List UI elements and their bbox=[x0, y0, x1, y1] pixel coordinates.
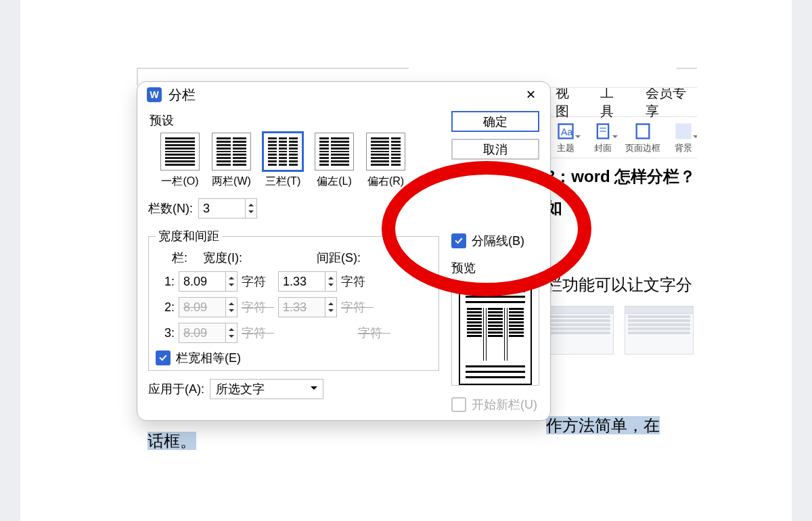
width-input bbox=[179, 323, 225, 342]
unit-label: 字符 bbox=[341, 273, 374, 290]
width-input[interactable] bbox=[179, 272, 225, 291]
preview-page-icon bbox=[459, 284, 532, 385]
unit-label: 字符 bbox=[242, 325, 274, 341]
close-button[interactable]: ✕ bbox=[520, 85, 541, 105]
preview-label: 预览 bbox=[451, 260, 539, 276]
bg-thumb bbox=[545, 306, 614, 355]
bg-tab[interactable]: 视图 bbox=[556, 87, 581, 120]
preset-three[interactable]: 三栏(T) bbox=[261, 133, 305, 189]
bg-document-text-tail: 话框。 bbox=[148, 430, 196, 452]
apply-to-select[interactable]: 所选文字 bbox=[210, 379, 323, 399]
spin-down-icon[interactable] bbox=[325, 281, 336, 291]
equal-width-checkbox[interactable] bbox=[156, 350, 171, 365]
width-spinner bbox=[179, 323, 238, 343]
width-spacing-label: 宽度和间距 bbox=[156, 228, 222, 244]
preset-label: 两栏(W) bbox=[212, 175, 251, 189]
cancel-button[interactable]: 取消 bbox=[451, 139, 539, 160]
spin-up-icon bbox=[226, 323, 237, 333]
svg-rect-5 bbox=[637, 124, 650, 139]
unit-label: 字符 bbox=[242, 273, 274, 290]
preset-label: 偏右(R) bbox=[367, 175, 404, 189]
page-gutter bbox=[0, 0, 20, 521]
columns-dialog: W 分栏 ✕ 预设 一栏(O)两栏(W)三栏(T)偏左(L)偏右(R) 栏数(N… bbox=[137, 81, 551, 421]
width-row: 1:字符字符 bbox=[156, 271, 432, 292]
dialog-titlebar: W 分栏 ✕ bbox=[137, 82, 550, 108]
preset-two[interactable]: 两栏(W) bbox=[209, 133, 254, 189]
width-spinner bbox=[179, 297, 238, 317]
colcount-input[interactable] bbox=[199, 199, 245, 218]
width-spinner[interactable] bbox=[179, 271, 238, 292]
width-row: 2:字符字符 bbox=[156, 297, 432, 317]
svg-rect-6 bbox=[676, 124, 690, 139]
start-new-column-label: 开始新栏(U) bbox=[472, 397, 537, 413]
apply-to-value: 所选文字 bbox=[216, 381, 265, 397]
preset-label: 偏左(L) bbox=[317, 175, 352, 189]
hdr-width: 宽度(I): bbox=[203, 250, 317, 266]
row-index: 1: bbox=[156, 275, 175, 289]
row-index: 3: bbox=[156, 326, 175, 340]
ribbon-background[interactable]: 背景 bbox=[669, 120, 697, 154]
app-icon: W bbox=[147, 87, 162, 102]
separator-checkbox[interactable] bbox=[451, 233, 466, 248]
apply-to-label: 应用于(A): bbox=[148, 381, 204, 397]
bg-tabs-row: 视图 工具 会员专享 bbox=[545, 88, 697, 116]
ribbon-cover[interactable]: 封面 bbox=[589, 120, 616, 154]
preset-right[interactable]: 偏右(R) bbox=[363, 133, 408, 189]
bg-thumb bbox=[625, 306, 694, 355]
colcount-spinner[interactable] bbox=[198, 198, 257, 219]
spin-down-icon bbox=[226, 333, 237, 342]
spin-up-icon bbox=[325, 298, 336, 307]
start-new-column-checkbox bbox=[451, 397, 466, 412]
spin-down-icon bbox=[226, 307, 237, 317]
background-app: 视图 工具 会员专享 Aa 主题 封面 页面边框 背景 3：word 怎样分栏 bbox=[545, 87, 697, 447]
ok-button[interactable]: 确定 bbox=[451, 111, 539, 132]
bg-tab[interactable]: 会员专享 bbox=[646, 87, 698, 120]
bg-thumbnails bbox=[545, 306, 697, 353]
theme-icon: Aa bbox=[556, 122, 575, 141]
preview-box bbox=[451, 283, 539, 386]
dialog-title: 分栏 bbox=[168, 86, 196, 104]
unit-label: 字符 bbox=[242, 299, 274, 315]
equal-width-label: 栏宽相等(E) bbox=[176, 350, 241, 366]
row-index: 2: bbox=[156, 300, 175, 315]
page-margin-guide bbox=[677, 68, 697, 85]
bg-tab[interactable]: 工具 bbox=[600, 87, 626, 120]
spin-down-icon[interactable] bbox=[226, 281, 237, 291]
spacing-spinner[interactable] bbox=[278, 271, 337, 292]
preset-left[interactable]: 偏左(L) bbox=[312, 133, 357, 189]
width-input bbox=[179, 298, 225, 317]
page-border-icon bbox=[633, 122, 652, 141]
colcount-label: 栏数(N): bbox=[148, 200, 193, 217]
separator-label: 分隔线(B) bbox=[472, 233, 524, 249]
svg-text:Aa: Aa bbox=[561, 127, 572, 137]
preset-label: 三栏(T) bbox=[265, 175, 300, 189]
bg-document-text: 3：word 怎样分栏？如 栏功能可以让文字分 版，海报设计和简历设 作方法简单… bbox=[545, 158, 697, 447]
hdr-spacing: 间距(S): bbox=[317, 250, 432, 266]
spacing-input[interactable] bbox=[279, 272, 325, 291]
spin-up-icon[interactable] bbox=[226, 272, 237, 281]
unit-label: 字符 bbox=[358, 325, 390, 341]
spin-down-icon bbox=[325, 307, 336, 317]
bg-ribbon: Aa 主题 封面 页面边框 背景 bbox=[545, 116, 697, 158]
spin-up-icon[interactable] bbox=[325, 272, 336, 281]
hdr-col: 栏: bbox=[172, 250, 203, 266]
presets-label: 预设 bbox=[150, 112, 439, 129]
ribbon-border[interactable]: 页面边框 bbox=[626, 120, 660, 154]
spin-up-icon[interactable] bbox=[246, 199, 256, 208]
unit-label: 字符 bbox=[341, 299, 374, 315]
background-icon bbox=[674, 122, 693, 141]
preset-one[interactable]: 一栏(O) bbox=[158, 133, 202, 189]
width-row: 3:字符字符 bbox=[156, 323, 432, 343]
spin-up-icon bbox=[226, 298, 237, 307]
cover-icon bbox=[593, 122, 612, 141]
preset-label: 一栏(O) bbox=[161, 175, 198, 189]
chevron-down-icon bbox=[311, 386, 317, 393]
page-gutter bbox=[792, 0, 812, 521]
presets-row: 一栏(O)两栏(W)三栏(T)偏左(L)偏右(R) bbox=[158, 133, 439, 189]
ribbon-theme[interactable]: Aa 主题 bbox=[551, 120, 579, 154]
spacing-input bbox=[279, 298, 325, 317]
width-spacing-group: 宽度和间距 栏: 宽度(I): 间距(S): 1:字符字符2:字符字符3:字符字… bbox=[148, 228, 439, 371]
spacing-spinner bbox=[278, 297, 337, 317]
spin-down-icon[interactable] bbox=[246, 208, 256, 218]
